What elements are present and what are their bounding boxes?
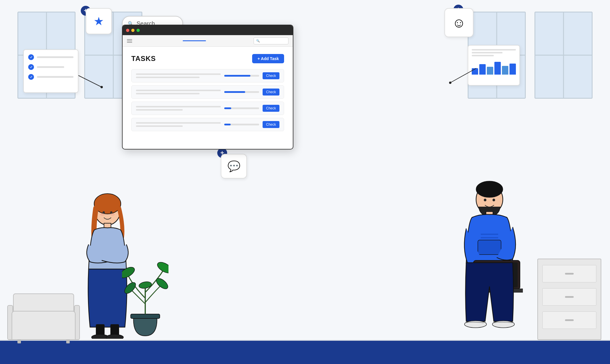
check-line-3	[37, 76, 73, 78]
task-line	[136, 122, 221, 124]
task-line	[136, 90, 221, 91]
check-circle-3	[28, 74, 34, 80]
check-circle-1	[28, 54, 34, 60]
connector-checklist	[78, 75, 107, 93]
window-content: TASKS + Add Task Check	[123, 47, 293, 141]
bar-3	[487, 67, 493, 75]
task-line	[136, 73, 221, 75]
svg-rect-18	[478, 240, 501, 255]
task-lines-2	[136, 90, 221, 94]
svg-point-24	[484, 199, 487, 201]
task-lines-4	[136, 122, 221, 127]
svg-point-31	[123, 281, 138, 295]
svg-line-0	[78, 75, 102, 87]
progress-bar-fill	[224, 91, 245, 93]
window-toolbar: 🔍	[123, 35, 293, 47]
svg-point-23	[492, 321, 514, 328]
check-circle-2	[28, 64, 34, 70]
svg-point-14	[111, 213, 115, 216]
check-item-1	[28, 54, 73, 60]
check-item-3	[28, 74, 73, 80]
bottom-bar	[0, 341, 610, 364]
progress-bar-fill	[224, 75, 250, 77]
progress-bar-fill	[224, 107, 231, 109]
svg-point-16	[476, 181, 503, 197]
check-line-1	[37, 56, 73, 58]
progress-bar-bg	[224, 107, 259, 109]
window-titlebar	[123, 25, 293, 35]
dresser	[537, 259, 601, 340]
window-right2	[534, 12, 593, 99]
check-button-2[interactable]: Check	[263, 89, 279, 95]
task-lines-1	[136, 73, 221, 78]
svg-point-5	[94, 194, 121, 214]
svg-point-22	[464, 321, 487, 328]
bar-6	[509, 64, 516, 75]
check-button-4[interactable]: Check	[263, 121, 279, 128]
man-character	[456, 176, 523, 340]
svg-point-11	[103, 211, 105, 214]
task-line	[136, 106, 221, 107]
svg-line-2	[450, 68, 476, 83]
progress-bar-bg	[224, 75, 259, 77]
hamburger-menu-icon[interactable]	[127, 39, 132, 43]
check-button-3[interactable]: Check	[263, 105, 279, 112]
chart-line-full	[472, 49, 516, 51]
svg-point-32	[155, 276, 168, 291]
svg-point-10	[106, 334, 123, 339]
titlebar-dot-yellow[interactable]	[131, 29, 134, 32]
progress-bar-fill	[224, 124, 231, 125]
svg-point-3	[449, 82, 451, 84]
task-progress-4	[224, 124, 259, 125]
task-lines-3	[136, 106, 221, 111]
checklist-card	[23, 49, 78, 93]
progress-bar-bg	[224, 91, 259, 93]
task-row: Check	[131, 85, 284, 99]
plant	[122, 257, 168, 340]
svg-point-25	[493, 199, 495, 201]
toolbar-nav-indicator	[183, 40, 206, 41]
emoji-face-icon: ☺	[452, 15, 466, 30]
tasks-header: TASKS + Add Task	[131, 54, 284, 63]
task-row: Check	[131, 102, 284, 115]
svg-point-1	[101, 86, 103, 88]
app-window: 🔍 TASKS + Add Task Check	[122, 25, 293, 149]
chat-icon: 💬	[227, 160, 241, 172]
sofa	[12, 293, 76, 340]
add-task-button[interactable]: + Add Task	[252, 54, 284, 63]
titlebar-dot-red[interactable]	[126, 29, 129, 32]
check-line-2	[37, 66, 64, 68]
toolbar-search-icon: 🔍	[256, 39, 260, 42]
star-badge: ★	[86, 8, 112, 34]
toolbar-search-input[interactable]: 🔍	[254, 37, 288, 44]
svg-point-13	[100, 213, 104, 216]
tasks-title: TASKS	[131, 55, 156, 63]
svg-rect-28	[131, 314, 160, 318]
check-button-1[interactable]: Check	[263, 72, 279, 79]
task-progress-3	[224, 107, 259, 109]
star-icon: ★	[94, 15, 104, 28]
task-line	[136, 77, 200, 78]
task-progress-1	[224, 75, 259, 77]
task-line	[136, 125, 183, 127]
mini-bar-chart	[472, 59, 516, 75]
chart-line-med	[472, 52, 503, 53]
svg-point-12	[110, 211, 112, 214]
task-row: Check	[131, 118, 284, 131]
bar-5	[502, 66, 508, 75]
bar-4	[494, 62, 501, 75]
task-row: Check	[131, 69, 284, 82]
chart-line-short	[472, 55, 494, 56]
emoji-badge: ☺	[444, 8, 473, 37]
bar-2	[479, 64, 486, 75]
connector-chart	[442, 68, 476, 86]
titlebar-dot-green[interactable]	[137, 29, 140, 32]
task-line	[136, 109, 183, 111]
task-progress-2	[224, 91, 259, 93]
progress-bar-bg	[224, 124, 259, 125]
chat-badge: 💬	[221, 154, 247, 179]
task-line	[136, 93, 200, 94]
check-item-2	[28, 64, 73, 70]
